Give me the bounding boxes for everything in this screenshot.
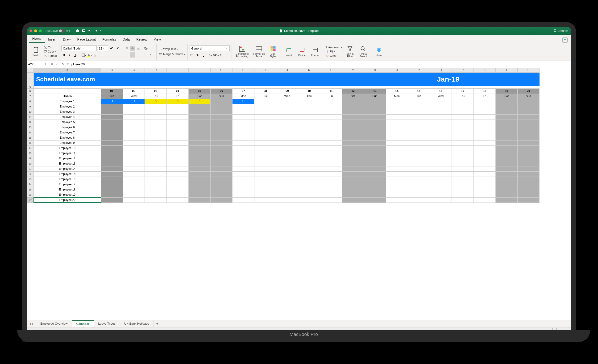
grid-cell[interactable] bbox=[496, 182, 518, 187]
underline-button[interactable]: U▾ bbox=[73, 53, 78, 58]
grid-cell[interactable] bbox=[496, 177, 518, 182]
grid-cell[interactable] bbox=[167, 192, 189, 197]
grid-cell[interactable] bbox=[167, 109, 189, 114]
grid-cell[interactable]: 11 bbox=[320, 89, 342, 94]
grid-cell[interactable] bbox=[364, 104, 386, 109]
grid-cell[interactable] bbox=[342, 166, 364, 171]
row-header[interactable]: 14 bbox=[27, 130, 34, 135]
grid-cell[interactable] bbox=[342, 177, 364, 182]
grid-cell[interactable] bbox=[496, 156, 518, 161]
grid-cell[interactable]: 06 bbox=[211, 89, 233, 94]
grid-cell[interactable] bbox=[123, 166, 145, 171]
grid-cell[interactable] bbox=[101, 146, 123, 151]
grid-cell[interactable] bbox=[320, 125, 342, 130]
grid-cell[interactable] bbox=[123, 125, 145, 130]
column-header[interactable]: K bbox=[298, 68, 320, 73]
grid-cell[interactable] bbox=[233, 141, 254, 145]
grid-cell[interactable] bbox=[342, 120, 364, 125]
grid-cell[interactable]: 19 bbox=[496, 89, 518, 94]
grid-cell[interactable] bbox=[364, 161, 386, 166]
grid-cell[interactable] bbox=[342, 141, 364, 145]
grid-cell[interactable] bbox=[518, 109, 540, 114]
currency-button[interactable]: ▾ bbox=[190, 53, 195, 58]
row-label-cell[interactable]: Employee 10 bbox=[34, 146, 101, 151]
grid-cell[interactable] bbox=[189, 172, 211, 177]
increase-font-button[interactable]: A▴ bbox=[109, 46, 114, 51]
grid-cell[interactable] bbox=[101, 182, 123, 187]
grid-cell[interactable] bbox=[518, 161, 540, 166]
grid-cell[interactable] bbox=[123, 177, 145, 182]
grid-cell[interactable] bbox=[101, 130, 123, 135]
border-button[interactable]: ▾ bbox=[81, 53, 86, 58]
grid-cell[interactable] bbox=[101, 104, 123, 109]
grid-cell[interactable]: Mon bbox=[386, 94, 408, 99]
grid-cell[interactable] bbox=[167, 146, 189, 151]
grid-cell[interactable] bbox=[211, 166, 233, 171]
grid-cell[interactable] bbox=[254, 156, 276, 161]
grid-cell[interactable] bbox=[386, 156, 408, 161]
grid-cell[interactable] bbox=[452, 130, 474, 135]
grid-cell[interactable] bbox=[123, 135, 145, 140]
grid-cell[interactable]: S bbox=[189, 99, 211, 104]
grid-cell[interactable] bbox=[298, 166, 320, 171]
grid-cell[interactable]: 17 bbox=[452, 89, 474, 94]
close-window-button[interactable] bbox=[29, 29, 32, 32]
grid-cell[interactable] bbox=[342, 130, 364, 135]
grid-cell[interactable]: Thu bbox=[298, 94, 320, 99]
grid-cell[interactable] bbox=[408, 115, 430, 120]
grid-cell[interactable] bbox=[145, 104, 167, 109]
column-header[interactable]: Q bbox=[430, 68, 452, 73]
grid-cell[interactable] bbox=[496, 161, 518, 166]
grid-cell[interactable] bbox=[342, 115, 364, 120]
grid-cell[interactable] bbox=[430, 156, 452, 161]
grid-cell[interactable] bbox=[452, 135, 474, 140]
grid-cell[interactable]: 13 bbox=[364, 89, 386, 94]
grid-cell[interactable] bbox=[518, 177, 540, 182]
grid-cell[interactable]: Wed bbox=[123, 94, 145, 99]
grid-cell[interactable]: 03 bbox=[145, 89, 167, 94]
align-middle-button[interactable] bbox=[130, 46, 135, 51]
grid-cell[interactable]: Fri bbox=[167, 94, 189, 99]
grid-cell[interactable] bbox=[167, 166, 189, 171]
row-header[interactable]: 26 bbox=[27, 192, 34, 198]
grid-cell[interactable] bbox=[386, 135, 408, 140]
grid-cell[interactable] bbox=[364, 115, 386, 120]
ribbon-tab-page-layout[interactable]: Page Layout bbox=[74, 36, 99, 43]
grid-cell[interactable] bbox=[518, 182, 540, 187]
grid-cell[interactable] bbox=[101, 120, 123, 125]
qat-dropdown[interactable]: ▾ bbox=[100, 29, 101, 33]
grid-cell[interactable] bbox=[320, 172, 342, 177]
grid-cell[interactable] bbox=[211, 151, 233, 156]
grid-cell[interactable] bbox=[320, 104, 342, 109]
grid-cell[interactable] bbox=[430, 187, 452, 192]
column-header[interactable]: I bbox=[254, 68, 276, 73]
row-header[interactable]: 24 bbox=[27, 182, 34, 187]
grid-cell[interactable] bbox=[276, 109, 298, 114]
row-header[interactable]: 8 bbox=[27, 99, 34, 104]
grid-cell[interactable]: Tue bbox=[254, 94, 276, 99]
grid-cell[interactable] bbox=[276, 182, 298, 187]
grid-cell[interactable] bbox=[167, 198, 189, 203]
grid-cell[interactable] bbox=[342, 109, 364, 114]
grid-cell[interactable] bbox=[320, 156, 342, 161]
grid-cell[interactable] bbox=[233, 161, 254, 166]
grid-cell[interactable] bbox=[342, 192, 364, 197]
grid-cell[interactable] bbox=[233, 172, 254, 177]
grid-cell[interactable] bbox=[211, 182, 233, 187]
grid-cell[interactable] bbox=[189, 130, 211, 135]
ribbon-tab-formulas[interactable]: Formulas bbox=[99, 36, 119, 43]
column-header[interactable]: A bbox=[34, 68, 101, 73]
wrap-text-button[interactable]: Wrap Text▾ bbox=[158, 47, 186, 51]
grid-cell[interactable] bbox=[211, 130, 233, 135]
page-break-view-button[interactable] bbox=[565, 328, 569, 330]
grid-cell[interactable] bbox=[298, 177, 320, 182]
fill-color-button[interactable]: ▾ bbox=[87, 53, 92, 58]
grid-cell[interactable] bbox=[452, 120, 474, 125]
grid-cell[interactable] bbox=[364, 99, 386, 104]
grid-cell[interactable] bbox=[474, 146, 496, 151]
grid-cell[interactable] bbox=[123, 141, 145, 145]
grid-cell[interactable] bbox=[320, 99, 342, 104]
grid-cell[interactable]: S bbox=[167, 99, 189, 104]
page-layout-view-button[interactable] bbox=[559, 328, 563, 330]
grid-cell[interactable] bbox=[298, 198, 320, 203]
